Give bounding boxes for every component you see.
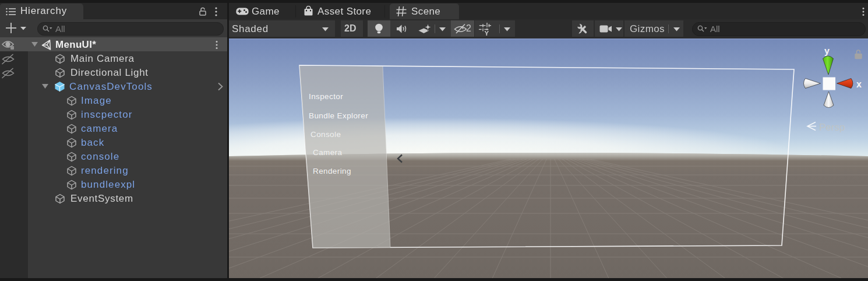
svg-text:Console: Console [310,130,341,139]
svg-text:Camera: Camera [313,148,343,157]
svg-text:Y: Y [485,30,489,36]
svg-text:Inspector: Inspector [309,92,343,101]
svg-text:Persp: Persp [819,122,845,133]
svg-text:Rendering: Rendering [313,167,351,175]
svg-text:x: x [856,79,862,89]
svg-text:Bundle Explorer: Bundle Explorer [309,111,368,120]
svg-text:y: y [824,46,830,56]
